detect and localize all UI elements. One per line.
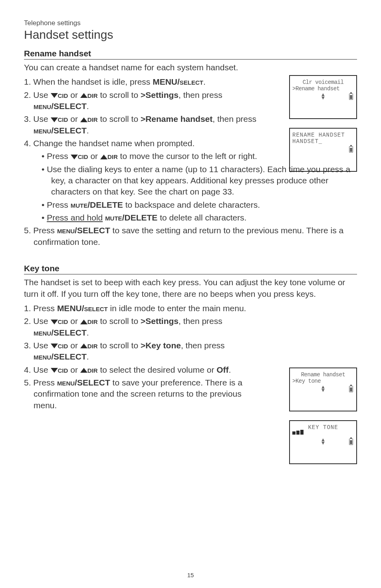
rename-step-5: 5. Press menu/SELECT to save the setting… [24,225,351,248]
keytone-step-3: 3. Use cid or dir to scroll to >Key tone… [24,340,264,363]
rename-sub-4: • Press and hold mute/DELETE to delete a… [24,212,355,223]
down-arrow-icon [51,344,58,348]
updown-icon: ▲▼ [321,386,325,393]
battery-icon [349,146,353,153]
keytone-heading: Key tone [24,264,357,274]
down-arrow-icon [51,93,58,98]
battery-icon [349,439,353,445]
rename-sub-1: • Press cid or dir to move the cursor to… [24,151,264,162]
rename-step-1: 1. When the handset is idle, press MENU/… [24,76,264,87]
up-arrow-icon [80,344,87,348]
keytone-step-2: 2. Use cid or dir to scroll to >Settings… [24,316,264,338]
keytone-intro: The handset is set to beep with each key… [24,277,355,300]
up-arrow-icon [100,155,107,159]
lcd-screen-keytone-menu: Rename handset >Key tone ▲▼ [289,368,357,411]
keytone-step-1: 1. Press MENU/select in idle mode to ent… [24,303,264,314]
rename-sub-3: • Press mute/DELETE to backspace and del… [24,199,355,211]
lcd-screen-rename-edit: RENAME HANDSET HANDSET_ [289,128,357,172]
battery-icon [349,386,353,392]
page-number: 15 [187,572,194,578]
updown-icon: ▲▼ [321,93,325,100]
keytone-step-4: 4. Use cid or dir to select the desired … [24,364,264,375]
rename-step-3: 3. Use cid or dir to scroll to >Rename h… [24,113,264,136]
lcd-screen-keytone-volume: KEY TONE ▲▼ [289,420,357,464]
header-context: Telephone settings [24,19,357,27]
up-arrow-icon [80,93,87,98]
lcd-screen-rename-menu: Clr voicemail >Rename handset ▲▼ [289,75,357,119]
up-arrow-icon [80,320,87,324]
down-arrow-icon [71,155,78,159]
header-title: Handset settings [24,28,357,42]
battery-icon [349,93,353,100]
rename-heading: Rename handset [24,49,357,60]
rename-step-2: 2. Use cid or dir to scroll to >Settings… [24,89,264,112]
rename-intro: You can create a handset name for each s… [24,62,357,73]
down-arrow-icon [51,320,58,324]
down-arrow-icon [51,368,58,373]
rename-step-4: 4. Change the handset name when prompted… [24,138,264,149]
down-arrow-icon [51,117,58,122]
up-arrow-icon [80,117,87,122]
volume-bars-icon [292,430,304,435]
up-arrow-icon [80,368,87,373]
keytone-step-5: 5. Press menu/SELECT to save your prefer… [24,377,264,411]
updown-icon: ▲▼ [321,439,325,445]
